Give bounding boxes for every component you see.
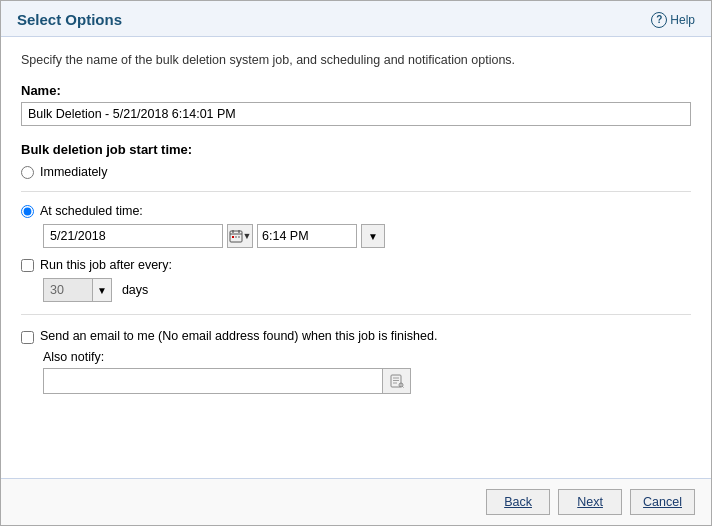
run-after-checkbox-row: Run this job after every: xyxy=(21,258,691,272)
run-after-checkbox[interactable] xyxy=(21,259,34,272)
immediately-radio[interactable] xyxy=(21,166,34,179)
calendar-icon xyxy=(229,229,243,243)
next-button[interactable]: Next xyxy=(558,489,622,515)
bulk-delete-label: Bulk deletion job start time: xyxy=(21,142,691,157)
svg-rect-4 xyxy=(232,236,234,238)
divider2 xyxy=(21,314,691,315)
recurrence-dropdown-button[interactable]: ▼ xyxy=(93,278,112,302)
help-icon: ? xyxy=(651,12,667,28)
scheduled-inputs: ▼ ▼ xyxy=(43,224,691,248)
recurrence-input-group: ▼ xyxy=(43,278,112,302)
dialog-title: Select Options xyxy=(17,11,122,28)
cancel-button[interactable]: Cancel xyxy=(630,489,695,515)
calendar-button[interactable]: ▼ xyxy=(227,224,253,248)
divider xyxy=(21,191,691,192)
dialog-header: Select Options ? Help xyxy=(1,1,711,37)
time-dropdown-button[interactable]: ▼ xyxy=(361,224,385,248)
notify-input-row xyxy=(43,368,691,394)
svg-rect-6 xyxy=(238,236,240,238)
at-scheduled-label: At scheduled time: xyxy=(40,204,143,218)
recurrence-input[interactable] xyxy=(43,278,93,302)
time-input[interactable] xyxy=(257,224,357,248)
scheduled-radio[interactable] xyxy=(21,205,34,218)
dialog-footer: Back Next Cancel xyxy=(1,478,711,525)
dialog-container: Select Options ? Help Specify the name o… xyxy=(0,0,712,526)
days-label: days xyxy=(122,283,148,297)
dialog-body: Specify the name of the bulk deletion sy… xyxy=(1,37,711,478)
name-label: Name: xyxy=(21,83,691,98)
back-button[interactable]: Back xyxy=(486,489,550,515)
lookup-button[interactable] xyxy=(383,368,411,394)
help-link[interactable]: ? Help xyxy=(651,12,695,28)
calendar-dropdown-arrow: ▼ xyxy=(243,231,252,241)
immediately-label: Immediately xyxy=(40,165,107,179)
recurrence-row: ▼ days xyxy=(43,278,691,302)
immediately-option: Immediately xyxy=(21,165,691,179)
help-label: Help xyxy=(670,13,695,27)
lookup-icon xyxy=(390,374,404,388)
email-checkbox-row: Send an email to me (No email address fo… xyxy=(21,329,691,344)
description-text: Specify the name of the bulk deletion sy… xyxy=(21,53,691,67)
run-after-label: Run this job after every: xyxy=(40,258,172,272)
name-input[interactable] xyxy=(21,102,691,126)
notify-input[interactable] xyxy=(43,368,383,394)
svg-line-12 xyxy=(402,386,403,387)
scheduled-section: At scheduled time: ▼ xyxy=(21,204,691,248)
send-email-checkbox[interactable] xyxy=(21,331,34,344)
also-notify-label: Also notify: xyxy=(43,350,691,364)
email-label: Send an email to me (No email address fo… xyxy=(40,329,437,343)
at-scheduled-label-row: At scheduled time: xyxy=(21,204,691,218)
date-input[interactable] xyxy=(43,224,223,248)
svg-rect-5 xyxy=(235,236,237,238)
